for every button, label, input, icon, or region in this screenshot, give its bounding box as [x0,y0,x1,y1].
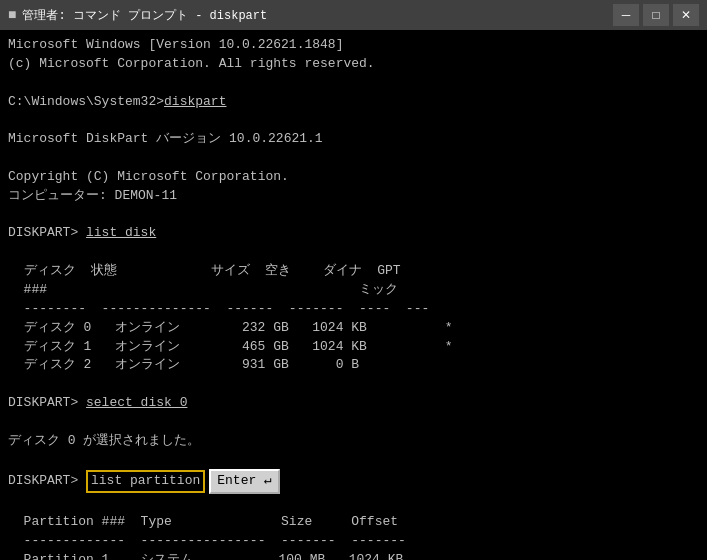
line-computer: コンピューター: DEMON-11 [8,187,699,206]
line-blank7 [8,413,699,432]
maximize-button[interactable]: □ [643,4,669,26]
diskpart-prompt3: DISKPART> [8,472,86,491]
minimize-button[interactable]: ─ [613,4,639,26]
title-bar-left: ■ 管理者: コマンド プロンプト - diskpart [8,7,267,24]
line-select-disk-prompt: DISKPART> select disk 0 [8,394,699,413]
title-bar-controls: ─ □ ✕ [613,4,699,26]
line-list-partition-prompt: DISKPART> list partition Enter ↵ [8,469,699,494]
line-disk-selected: ディスク 0 が選択されました。 [8,432,699,451]
disk2-row: ディスク 2 オンライン 931 GB 0 B [8,356,699,375]
line-blank5 [8,243,699,262]
table-header1: ディスク 状態 サイズ 空き ダイナ GPT [8,262,699,281]
diskpart-prompt1: DISKPART> [8,224,86,243]
line-diskpart-version: Microsoft DiskPart バージョン 10.0.22621.1 [8,130,699,149]
diskpart-prompt2: DISKPART> [8,394,86,413]
line-blank6 [8,375,699,394]
prompt-text: C:\Windows\System32> [8,93,164,112]
line-diskpart-prompt: C:\Windows\System32>diskpart [8,93,699,112]
terminal-area[interactable]: Microsoft Windows [Version 10.0.22621.18… [0,30,707,560]
close-button[interactable]: ✕ [673,4,699,26]
app-icon: ■ [8,7,16,23]
line-blank8 [8,451,699,470]
line-copyright: (c) Microsoft Corporation. All rights re… [8,55,699,74]
disk0-row: ディスク 0 オンライン 232 GB 1024 KB * [8,319,699,338]
enter-key-button[interactable]: Enter ↵ [209,469,280,494]
list-disk-cmd: list disk [86,224,156,243]
line-blank3 [8,149,699,168]
line-blank4 [8,206,699,225]
diskpart-cmd: diskpart [164,93,226,112]
line-blank9 [8,494,699,513]
title-bar: ■ 管理者: コマンド プロンプト - diskpart ─ □ ✕ [0,0,707,30]
line-blank2 [8,111,699,130]
table-header2: ### ミック [8,281,699,300]
part-header1: Partition ### Type Size Offset [8,513,699,532]
line-copyright2: Copyright (C) Microsoft Corporation. [8,168,699,187]
list-partition-cmd: list partition [86,470,205,493]
part-sep1: ------------- ---------------- ------- -… [8,532,699,551]
line-list-disk-prompt: DISKPART> list disk [8,224,699,243]
window-title: 管理者: コマンド プロンプト - diskpart [22,7,267,24]
line-version: Microsoft Windows [Version 10.0.22621.18… [8,36,699,55]
disk1-row: ディスク 1 オンライン 465 GB 1024 KB * [8,338,699,357]
window: ■ 管理者: コマンド プロンプト - diskpart ─ □ ✕ Micro… [0,0,707,560]
select-disk-cmd: select disk 0 [86,394,187,413]
line-blank1 [8,74,699,93]
partition1-row: Partition 1 システム 100 MB 1024 KB [8,551,699,560]
table-sep1: -------- -------------- ------ ------- -… [8,300,699,319]
